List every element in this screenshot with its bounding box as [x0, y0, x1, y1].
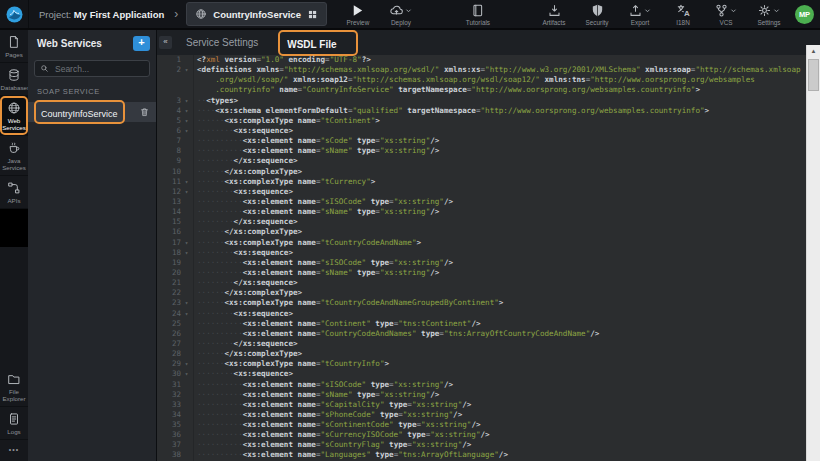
service-item-countryinfoservice[interactable]: CountryInfoService: [28, 102, 156, 122]
security-button[interactable]: Security: [580, 3, 614, 26]
svg-text:A: A: [684, 8, 690, 17]
line-number: 25: [157, 319, 181, 329]
rail-overflow-button[interactable]: •••: [0, 440, 28, 461]
artifacts-button[interactable]: Artifacts: [537, 3, 571, 26]
fold-gutter: [181, 136, 192, 146]
api-icon: [7, 181, 21, 195]
sidebar-item-java-services[interactable]: Java Services: [0, 136, 28, 176]
gear-icon: [757, 3, 772, 18]
user-avatar[interactable]: MP: [795, 5, 814, 24]
fold-gutter: [181, 329, 192, 339]
topbar-actions-left: Preview Deploy Tutorials: [341, 3, 495, 26]
fold-gutter: [181, 197, 192, 207]
deploy-button[interactable]: Deploy: [384, 3, 418, 26]
service-search[interactable]: [34, 60, 150, 77]
line-number: 15: [157, 217, 181, 227]
tab-wsdl-file[interactable]: WSDL File: [287, 39, 336, 50]
line-number: 19: [157, 258, 181, 268]
fold-toggle-icon[interactable]: ▾: [181, 359, 192, 369]
sidebar-item-logs[interactable]: Logs: [0, 407, 28, 440]
line-number: 36: [157, 430, 181, 440]
translate-icon: A: [676, 3, 691, 18]
vcs-button[interactable]: VCS: [709, 3, 743, 26]
code-line: 23 ▾ ······<xs:complexType name="tCountr…: [157, 298, 806, 308]
code-line: 24 ▾ ········<xs:sequence>: [157, 309, 806, 319]
search-input[interactable]: [53, 63, 147, 75]
sidebar-item-databases[interactable]: Databases: [0, 63, 28, 96]
code-line: 21 ········</xs:sequence>: [157, 278, 806, 288]
fold-toggle-icon[interactable]: ▾: [181, 126, 192, 136]
fold-gutter: [181, 288, 192, 298]
line-number: 29: [157, 359, 181, 369]
code-line: 12 ▾ ········<xs:sequence>: [157, 187, 806, 197]
tabs-container: Service SettingsWSDL File: [186, 30, 358, 56]
sidebar-item-web-services[interactable]: Web Services: [0, 96, 28, 136]
add-service-button[interactable]: +: [133, 36, 150, 51]
fold-toggle-icon[interactable]: ▾: [181, 248, 192, 258]
code-line: 31 ··········<xs:element name="sISOCode"…: [157, 380, 806, 390]
fold-toggle-icon[interactable]: ▾: [181, 369, 192, 379]
preview-button[interactable]: Preview: [341, 3, 375, 26]
line-number: 7: [157, 136, 181, 146]
line-number: 5: [157, 116, 181, 126]
fold-gutter: [181, 75, 192, 85]
settings-button[interactable]: Settings: [752, 3, 786, 26]
fold-toggle-icon[interactable]: ▾: [181, 309, 192, 319]
code-line: 26 ··········<xs:element name="CountryCo…: [157, 329, 806, 339]
fold-toggle-icon[interactable]: ▾: [181, 106, 192, 116]
chevron-down-icon: [729, 6, 738, 15]
code-line: 19 ··········<xs:element name="sISOCode"…: [157, 258, 806, 268]
line-number: 37: [157, 440, 181, 450]
code-line: .countryinfo" name="CountryInfoService" …: [157, 85, 806, 95]
line-number: 10: [157, 167, 181, 177]
collapse-panel-button[interactable]: «: [159, 36, 172, 49]
wsdl-code-editor[interactable]: 1 <?xml version="1.0" encoding="UTF-8"?>…: [157, 55, 806, 461]
cloud-upload-icon: [389, 3, 404, 18]
fold-gutter: [181, 319, 192, 329]
download-icon: [547, 3, 562, 18]
tab-service-settings[interactable]: Service Settings: [186, 37, 258, 48]
code-line: 13 ··········<xs:element name="sISOCode"…: [157, 197, 806, 207]
topbar: Project: My First Application › CountryI…: [0, 0, 820, 30]
code-line: 9 ········</xs:sequence>: [157, 156, 806, 166]
line-number: 24: [157, 309, 181, 319]
wavemaker-logo-icon: [6, 6, 23, 23]
project-breadcrumb: Project: My First Application: [39, 9, 164, 20]
scroll-up-button[interactable]: ▲: [807, 45, 820, 57]
grid-icon: [307, 9, 318, 20]
fold-toggle-icon[interactable]: ▾: [181, 187, 192, 197]
tutorials-button[interactable]: Tutorials: [461, 3, 495, 26]
fold-gutter: [181, 167, 192, 177]
project-name: My First Application: [74, 9, 164, 20]
panel-header: Web Services +: [28, 30, 156, 56]
editor-scrollbar[interactable]: ▲: [806, 45, 820, 461]
fold-toggle-icon[interactable]: ▾: [181, 116, 192, 126]
fold-gutter: [181, 420, 192, 430]
app-logo[interactable]: [0, 0, 29, 28]
sidebar-item-apis[interactable]: APIs: [0, 176, 28, 209]
grid-icon[interactable]: [307, 9, 318, 20]
play-icon: [350, 3, 365, 18]
code-line: 33 ··········<xs:element name="sCapitalC…: [157, 400, 806, 410]
fold-toggle-icon[interactable]: ▾: [181, 177, 192, 187]
code-line: 3 ▾ ··<types>: [157, 96, 806, 106]
fold-gutter: [181, 55, 192, 65]
sidebar-item-file-explorer[interactable]: File Explorer: [0, 367, 28, 407]
line-number: [157, 85, 181, 95]
trash-icon[interactable]: [139, 106, 150, 118]
fold-gutter: [181, 146, 192, 156]
export-button[interactable]: Export: [623, 3, 657, 26]
line-number: 30: [157, 369, 181, 379]
fold-gutter: [181, 400, 192, 410]
service-tab-countryinfoservice[interactable]: CountryInfoService: [186, 2, 327, 26]
search-icon: [40, 64, 49, 73]
i18n-button[interactable]: A I18N: [666, 3, 700, 26]
sidebar-item-pages[interactable]: Pages: [0, 30, 28, 63]
line-number: 35: [157, 420, 181, 430]
scrollbar-thumb[interactable]: [808, 59, 819, 91]
fold-toggle-icon[interactable]: ▾: [181, 238, 192, 248]
fold-toggle-icon[interactable]: ▾: [181, 298, 192, 308]
fold-toggle-icon[interactable]: ▾: [181, 96, 192, 106]
fold-gutter: [181, 156, 192, 166]
fold-toggle-icon[interactable]: ▾: [181, 65, 192, 75]
